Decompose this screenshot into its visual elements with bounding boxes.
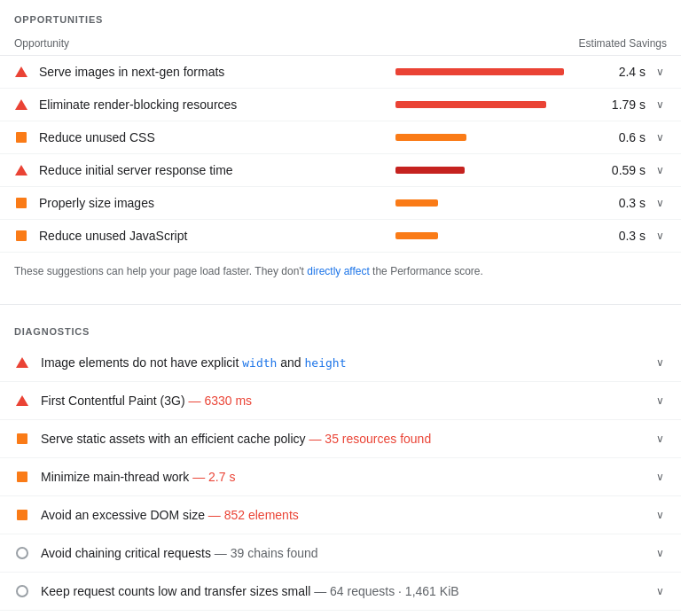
diagnostic-row-dom-size[interactable]: Avoid an excessive DOM size — 852 elemen… — [0, 496, 681, 534]
triangle-red-icon — [14, 97, 28, 112]
diag-detail: — 64 requests · 1,461 KiB — [310, 584, 458, 598]
diagnostic-row-first-contentful[interactable]: First Contentful Paint (3G) — 6330 ms∨ — [0, 382, 681, 420]
diag-label: First Contentful Paint (3G) — 6330 ms — [41, 394, 653, 408]
diag-label: Keep request counts low and transfer siz… — [41, 584, 653, 598]
diagnostics-section: DIAGNOSTICS Image elements do not have e… — [0, 312, 681, 616]
row-label: Serve images in next-gen formats — [39, 65, 395, 79]
diag-detail: — 2.7 s — [189, 470, 235, 484]
chevron-down-icon[interactable]: ∨ — [653, 433, 667, 445]
savings-value: 0.3 s — [601, 229, 646, 243]
chevron-down-icon[interactable]: ∨ — [653, 471, 667, 483]
chevron-down-icon[interactable]: ∨ — [653, 356, 667, 369]
diagnostic-row-static-assets[interactable]: Serve static assets with an efficient ca… — [0, 420, 681, 458]
opportunity-rows: Serve images in next-gen formats2.4 s∨El… — [0, 56, 681, 253]
circle-gray-icon — [14, 545, 30, 561]
section-divider — [0, 304, 681, 305]
savings-bar — [395, 232, 591, 239]
diag-detail: — 39 chains found — [211, 546, 318, 560]
chevron-down-icon[interactable]: ∨ — [653, 585, 667, 597]
code-height: height — [305, 356, 347, 370]
savings-value: 0.3 s — [601, 196, 646, 210]
directly-affect-link[interactable]: directly affect — [307, 265, 369, 277]
savings-bar — [395, 101, 591, 108]
chevron-down-icon[interactable]: ∨ — [653, 98, 667, 111]
diagnostic-row-chaining-requests[interactable]: Avoid chaining critical requests — 39 ch… — [0, 534, 681, 573]
square-orange-icon — [14, 196, 28, 210]
table-header: Opportunity Estimated Savings — [0, 32, 681, 56]
opportunities-section: OPPORTUNITIES Opportunity Estimated Savi… — [0, 0, 681, 297]
savings-bar — [395, 68, 591, 75]
hint-text: These suggestions can help your page loa… — [0, 253, 681, 297]
col-opportunity: Opportunity — [14, 37, 69, 50]
row-label: Reduce unused JavaScript — [39, 229, 395, 243]
chevron-down-icon[interactable]: ∨ — [653, 547, 667, 559]
savings-value: 0.59 s — [601, 163, 646, 177]
chevron-down-icon[interactable]: ∨ — [653, 131, 667, 144]
col-savings: Estimated Savings — [579, 37, 667, 50]
square-orange-icon — [14, 130, 28, 144]
square-orange-icon — [14, 431, 30, 447]
chevron-down-icon[interactable]: ∨ — [653, 394, 667, 407]
diagnostic-row-lcp-element[interactable]: Largest Contentful Paint element — 1 ele… — [0, 611, 681, 616]
savings-value: 2.4 s — [601, 65, 646, 79]
diagnostic-rows: Image elements do not have explicit widt… — [0, 344, 681, 616]
square-orange-icon — [14, 507, 30, 523]
code-width: width — [242, 356, 277, 370]
savings-bar — [395, 199, 591, 207]
diagnostic-row-main-thread[interactable]: Minimize main-thread work — 2.7 s∨ — [0, 458, 681, 496]
triangle-red-icon — [14, 393, 30, 409]
diagnostics-title: DIAGNOSTICS — [0, 312, 681, 344]
triangle-red-icon — [14, 65, 28, 79]
chevron-down-icon[interactable]: ∨ — [653, 230, 667, 242]
diag-label: Avoid chaining critical requests — 39 ch… — [41, 546, 653, 560]
opportunity-row-serve-images[interactable]: Serve images in next-gen formats2.4 s∨ — [0, 56, 681, 89]
opportunity-row-eliminate-render[interactable]: Eliminate render-blocking resources1.79 … — [0, 89, 681, 121]
diagnostic-row-image-elements[interactable]: Image elements do not have explicit widt… — [0, 344, 681, 382]
triangle-red-icon — [14, 355, 30, 370]
opportunity-row-server-response[interactable]: Reduce initial server response time0.59 … — [0, 154, 681, 187]
savings-bar — [395, 134, 591, 141]
savings-value: 0.6 s — [601, 130, 646, 144]
chevron-down-icon[interactable]: ∨ — [653, 164, 667, 176]
square-orange-icon — [14, 229, 28, 243]
diag-label: Serve static assets with an efficient ca… — [41, 432, 653, 446]
diag-detail: — 35 resources found — [306, 432, 432, 446]
diag-detail: — 6330 ms — [185, 394, 252, 408]
savings-bar — [395, 167, 591, 174]
row-label: Eliminate render-blocking resources — [39, 97, 395, 112]
row-label: Reduce initial server response time — [39, 163, 395, 177]
savings-value: 1.79 s — [601, 97, 646, 112]
triangle-red-icon — [14, 163, 28, 177]
chevron-down-icon[interactable]: ∨ — [653, 66, 667, 78]
diagnostic-row-request-counts[interactable]: Keep request counts low and transfer siz… — [0, 573, 681, 611]
chevron-down-icon[interactable]: ∨ — [653, 509, 667, 521]
diag-label: Avoid an excessive DOM size — 852 elemen… — [41, 508, 653, 522]
diag-label: Minimize main-thread work — 2.7 s — [41, 470, 653, 484]
circle-gray-icon — [14, 583, 30, 599]
opportunity-row-reduce-css[interactable]: Reduce unused CSS0.6 s∨ — [0, 121, 681, 154]
opportunity-row-reduce-js[interactable]: Reduce unused JavaScript0.3 s∨ — [0, 220, 681, 253]
chevron-down-icon[interactable]: ∨ — [653, 197, 667, 209]
diag-detail: — 852 elements — [205, 508, 299, 522]
row-label: Properly size images — [39, 196, 395, 210]
row-label: Reduce unused CSS — [39, 130, 395, 144]
diag-label: Image elements do not have explicit widt… — [41, 355, 653, 370]
opportunities-title: OPPORTUNITIES — [0, 0, 681, 32]
opportunity-row-size-images[interactable]: Properly size images0.3 s∨ — [0, 187, 681, 220]
square-orange-icon — [14, 469, 30, 485]
